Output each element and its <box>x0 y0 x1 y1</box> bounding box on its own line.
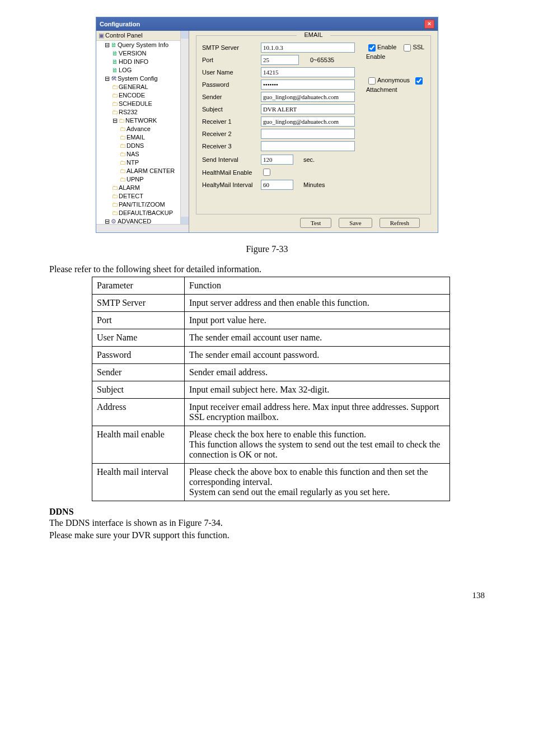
figure-caption: Figure 7-33 <box>49 244 485 254</box>
th-parameter: Parameter <box>92 277 185 295</box>
tree-advance[interactable]: 🗀Advance <box>120 125 189 133</box>
sender-input[interactable] <box>261 92 355 102</box>
window-titlebar: Configuration × <box>96 17 438 31</box>
sidebar-tree: ▣Control Panel ⊟🗎Query System Info 🗎VERS… <box>96 31 189 232</box>
tree-network[interactable]: ⊟🗀NETWORK 🗀Advance 🗀EMAIL 🗀DDNS 🗀NAS 🗀NT… <box>112 116 189 184</box>
smtp-input[interactable] <box>261 43 355 53</box>
recv1-input[interactable] <box>261 116 355 127</box>
tree-detect[interactable]: 🗀DETECT <box>112 192 189 200</box>
close-icon[interactable]: × <box>424 20 434 29</box>
window-title: Configuration <box>100 21 140 27</box>
tree-email[interactable]: 🗀EMAIL <box>120 133 189 142</box>
tree-ddns[interactable]: 🗀DDNS <box>120 142 189 150</box>
label-recv2: Receiver 2 <box>202 130 261 137</box>
label-hmint: HealtyMail Interval <box>202 181 261 188</box>
pass-input[interactable] <box>261 80 355 90</box>
user-input[interactable] <box>261 67 355 77</box>
label-recv3: Receiver 3 <box>202 143 261 150</box>
ssl-checkbox[interactable] <box>404 44 411 52</box>
label-port: Port <box>202 57 261 63</box>
th-function: Function <box>185 277 450 295</box>
hmint-input[interactable] <box>261 180 293 190</box>
port-input[interactable] <box>261 55 299 65</box>
save-button[interactable]: Save <box>339 218 372 228</box>
recv3-input[interactable] <box>261 141 355 151</box>
subject-input[interactable] <box>261 104 355 114</box>
ddns-heading: DDNS <box>49 507 485 517</box>
tree-version[interactable]: 🗎VERSION <box>112 49 189 58</box>
page-number: 138 <box>49 591 485 600</box>
tree-upnp[interactable]: 🗀UPNP <box>120 175 189 184</box>
label-sendint: Send Interval <box>202 156 261 163</box>
sendint-input[interactable] <box>261 155 293 165</box>
label-recv1: Receiver 1 <box>202 118 261 125</box>
port-hint: 0~65535 <box>310 57 334 63</box>
tree-encode[interactable]: 🗀ENCODE <box>112 91 189 100</box>
tree-log[interactable]: 🗎LOG <box>112 66 189 74</box>
tree-ntp[interactable]: 🗀NTP <box>120 158 189 167</box>
refresh-button[interactable]: Refresh <box>380 218 420 228</box>
attachment-checkbox[interactable] <box>415 77 423 85</box>
tree-rs232[interactable]: 🗀RS232 <box>112 108 189 116</box>
tree-system-config[interactable]: ⊟🛠System Config 🗀GENERAL 🗀ENCODE 🗀SCHEDU… <box>104 74 189 217</box>
tree-alarm[interactable]: 🗀ALARM <box>112 184 189 192</box>
tree-alarm-center[interactable]: 🗀ALARM CENTER <box>120 167 189 175</box>
lead-text: Please refer to the following sheet for … <box>49 264 485 274</box>
label-hmen: HealthMail Enable <box>202 169 261 176</box>
tree-ptz[interactable]: 🗀PAN/TILT/ZOOM <box>112 200 189 209</box>
ddns-line2: Please make sure your DVR support this f… <box>49 530 485 540</box>
email-panel: EMAIL SMTP Server Port0~65535 User Name … <box>189 31 438 232</box>
enable-checkbox[interactable] <box>368 44 376 52</box>
tree-schedule[interactable]: 🗀SCHEDULE <box>112 100 189 108</box>
tree-hdd-info[interactable]: 🗎HDD INFO <box>112 58 189 66</box>
configuration-window: Configuration × ▣Control Panel ⊟🗎Query S… <box>96 17 438 233</box>
label-sender: Sender <box>202 94 261 100</box>
tree-root[interactable]: Control Panel <box>105 32 143 39</box>
hscroll[interactable] <box>96 224 189 232</box>
tree-general[interactable]: 🗀GENERAL <box>112 83 189 91</box>
tree-query-system-info[interactable]: ⊟🗎Query System Info 🗎VERSION 🗎HDD INFO 🗎… <box>104 41 189 74</box>
recv2-input[interactable] <box>261 129 355 139</box>
healthmail-enable-checkbox[interactable] <box>263 169 270 176</box>
anonymous-checkbox[interactable] <box>368 77 376 85</box>
ddns-line1: The DDNS interface is shown as in Figure… <box>49 518 485 528</box>
tree-nas[interactable]: 🗀NAS <box>120 150 189 158</box>
label-pass: Password <box>202 81 261 88</box>
parameter-table: ParameterFunction SMTP ServerInput serve… <box>92 277 450 501</box>
label-subject: Subject <box>202 106 261 113</box>
label-user: User Name <box>202 69 261 76</box>
tree-default-backup[interactable]: 🗀DEFAULT/BACKUP <box>112 209 189 217</box>
vscroll[interactable] <box>180 31 189 225</box>
label-smtp: SMTP Server <box>202 44 261 51</box>
group-title: EMAIL <box>297 31 330 38</box>
test-button[interactable]: Test <box>300 218 331 228</box>
